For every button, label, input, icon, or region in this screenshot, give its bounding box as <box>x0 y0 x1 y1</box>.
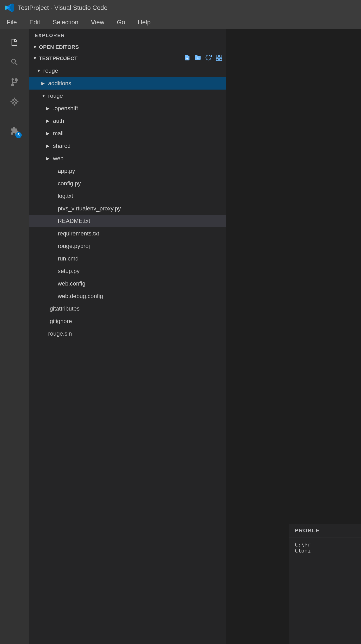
web-label: web <box>53 155 64 162</box>
testproject-label: TESTPROJECT <box>39 55 78 62</box>
app-py-label: app.py <box>58 168 75 174</box>
openshift-arrow: ▶ <box>46 106 51 111</box>
shared-label: shared <box>53 142 70 149</box>
mail-label: mail <box>53 130 64 137</box>
tree-item-shared[interactable]: ▶ shared <box>29 140 226 152</box>
menu-selection[interactable]: Selection <box>51 18 80 27</box>
tree-item-rouge-pyproj[interactable]: rouge.pyproj <box>29 240 226 252</box>
menu-edit[interactable]: Edit <box>28 18 42 27</box>
main-layout: 5 EXPLORER ▼ OPEN EDITORS ▼ TESTPROJECT <box>0 29 361 644</box>
auth-arrow: ▶ <box>46 118 51 124</box>
tree-item-web-debug-config[interactable]: web.debug.config <box>29 290 226 302</box>
run-cmd-label: run.cmd <box>58 255 79 262</box>
new-folder-icon[interactable] <box>194 54 201 62</box>
tree-item-app-py[interactable]: app.py <box>29 165 226 177</box>
additions-arrow: ▶ <box>42 81 46 86</box>
problems-header: PROBLE <box>289 524 361 538</box>
tree-item-gitattributes[interactable]: .gitattributes <box>29 302 226 315</box>
web-arrow: ▶ <box>46 156 51 161</box>
explorer-header: EXPLORER <box>29 29 226 42</box>
extensions-badge: 5 <box>16 132 22 138</box>
window-title: TestProject - Visual Studio Code <box>18 4 107 12</box>
right-panel: PROBLE C:\Pr Cloni <box>226 29 361 644</box>
svg-point-5 <box>12 83 14 86</box>
title-bar: TestProject - Visual Studio Code <box>0 0 361 16</box>
web-config-label: web.config <box>58 280 86 287</box>
open-editors-chevron: ▼ <box>33 45 37 50</box>
additions-label: additions <box>48 80 71 87</box>
sidebar: EXPLORER ▼ OPEN EDITORS ▼ TESTPROJECT <box>29 29 226 644</box>
activity-explorer[interactable] <box>6 34 23 51</box>
svg-point-6 <box>12 78 14 80</box>
svg-point-4 <box>15 78 17 80</box>
activity-extensions[interactable]: 5 <box>6 122 23 140</box>
collapse-all-icon[interactable] <box>216 54 222 62</box>
tree-item-log-txt[interactable]: log.txt <box>29 190 226 202</box>
vscode-logo-icon <box>5 3 14 12</box>
tree-item-gitignore[interactable]: .gitignore <box>29 315 226 328</box>
menu-bar: File Edit Selection View Go Help <box>0 16 361 29</box>
rouge-root-arrow: ▼ <box>36 68 42 74</box>
web-debug-config-label: web.debug.config <box>58 293 103 300</box>
svg-rect-21 <box>216 58 218 61</box>
section-toolbar <box>184 54 222 62</box>
rouge-sln-label: rouge.sln <box>48 330 72 337</box>
rouge-root-label: rouge <box>43 68 58 74</box>
activity-bar: 5 <box>0 29 29 644</box>
setup-py-label: setup.py <box>58 268 80 274</box>
menu-help[interactable]: Help <box>136 18 152 27</box>
tree-item-rouge-root[interactable]: ▼ rouge <box>29 64 226 77</box>
tree-item-mail[interactable]: ▶ mail <box>29 127 226 140</box>
activity-search[interactable] <box>6 54 23 71</box>
testproject-chevron: ▼ <box>33 56 37 61</box>
tree-item-rouge-sub[interactable]: ▼ rouge <box>29 90 226 102</box>
testproject-section[interactable]: ▼ TESTPROJECT <box>29 52 226 64</box>
auth-label: auth <box>53 118 64 124</box>
readme-label: README.txt <box>58 218 90 224</box>
requirements-label: requirements.txt <box>58 230 99 237</box>
new-file-icon[interactable] <box>184 54 190 62</box>
rouge-sub-arrow: ▼ <box>42 94 46 98</box>
tree-item-config-py[interactable]: config.py <box>29 177 226 190</box>
gitignore-label: .gitignore <box>48 318 72 324</box>
log-txt-label: log.txt <box>58 192 73 199</box>
menu-go[interactable]: Go <box>115 18 127 27</box>
svg-rect-22 <box>220 58 222 61</box>
problems-line1: C:\Pr Cloni <box>289 538 361 558</box>
activity-debug[interactable] <box>6 93 23 110</box>
svg-rect-20 <box>220 55 222 57</box>
tree-item-readme[interactable]: README.txt <box>29 215 226 227</box>
tree-item-auth[interactable]: ▶ auth <box>29 114 226 127</box>
refresh-icon[interactable] <box>205 54 212 62</box>
tree-item-openshift[interactable]: ▶ .openshift <box>29 102 226 114</box>
config-py-label: config.py <box>58 180 81 187</box>
tree-item-run-cmd[interactable]: run.cmd <box>29 252 226 265</box>
menu-view[interactable]: View <box>89 18 106 27</box>
tree-item-ptvs[interactable]: ptvs_virtualenv_proxy.py <box>29 202 226 215</box>
gitattributes-label: .gitattributes <box>48 305 80 312</box>
tree-item-rouge-sln[interactable]: rouge.sln <box>29 328 226 340</box>
rouge-sub-label: rouge <box>48 92 63 99</box>
tree-item-web-config[interactable]: web.config <box>29 277 226 290</box>
rouge-pyproj-label: rouge.pyproj <box>58 243 90 250</box>
svg-marker-2 <box>5 6 7 10</box>
problems-panel: PROBLE C:\Pr Cloni <box>289 524 361 644</box>
tree-item-additions[interactable]: ▶ additions <box>29 77 226 90</box>
open-editors-section[interactable]: ▼ OPEN EDITORS <box>29 42 226 52</box>
tree-item-requirements[interactable]: requirements.txt <box>29 227 226 240</box>
mail-arrow: ▶ <box>46 131 51 136</box>
shared-arrow: ▶ <box>46 143 51 148</box>
file-tree: ▼ rouge ▶ additions ▼ rouge ▶ .openshift… <box>29 64 226 340</box>
open-editors-label: OPEN EDITORS <box>39 44 79 50</box>
openshift-label: .openshift <box>53 105 78 112</box>
tree-item-web[interactable]: ▶ web <box>29 152 226 165</box>
activity-source-control[interactable] <box>6 73 23 90</box>
svg-rect-19 <box>216 55 218 57</box>
menu-file[interactable]: File <box>5 18 19 27</box>
ptvs-label: ptvs_virtualenv_proxy.py <box>58 205 121 212</box>
tree-item-setup-py[interactable]: setup.py <box>29 265 226 277</box>
